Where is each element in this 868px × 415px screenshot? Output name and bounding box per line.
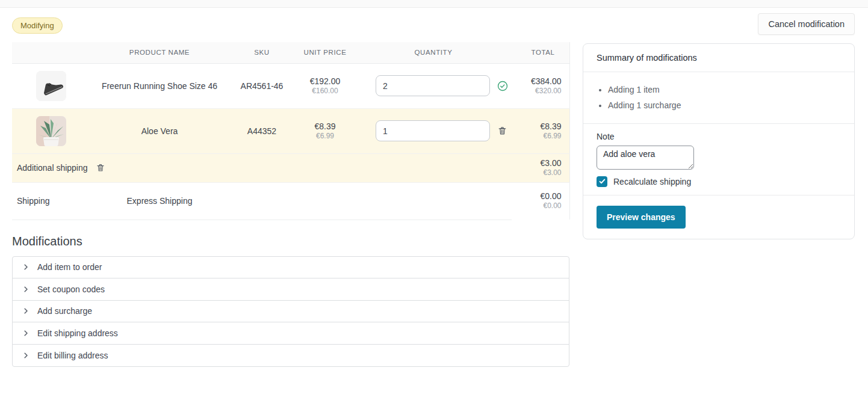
modifications-accordion: Add item to order Set coupon codes Add s… bbox=[12, 256, 569, 367]
surcharge-row: Additional shipping €3.0 bbox=[12, 153, 569, 182]
check-circle-icon bbox=[497, 81, 508, 91]
note-label: Note bbox=[597, 132, 841, 141]
quantity-input[interactable] bbox=[376, 75, 490, 96]
order-modification-page: Modifying Cancel modification PRODUCT NA… bbox=[0, 0, 868, 415]
summary-title: Summary of modifications bbox=[597, 52, 841, 64]
unit-price: €192.00 €160.00 bbox=[295, 76, 355, 96]
recalculate-shipping-checkbox[interactable] bbox=[597, 176, 607, 187]
accordion-set-coupon-codes[interactable]: Set coupon codes bbox=[13, 278, 569, 301]
quantity-input[interactable] bbox=[376, 120, 490, 141]
summary-bullet-list: Adding 1 item Adding 1 surcharge bbox=[597, 84, 841, 112]
trash-icon[interactable] bbox=[96, 163, 105, 173]
table-row: Freerun Running Shoe Size 46 AR4561-46 €… bbox=[12, 63, 569, 108]
product-sku: AR4561-46 bbox=[229, 63, 295, 108]
chevron-right-icon bbox=[22, 352, 29, 359]
accordion-add-item-to-order[interactable]: Add item to order bbox=[13, 257, 569, 279]
accordion-label: Edit shipping address bbox=[37, 328, 118, 338]
summary-card: Summary of modifications Adding 1 item A… bbox=[583, 43, 855, 239]
shipping-method: Express Shipping bbox=[90, 182, 229, 220]
chevron-right-icon bbox=[22, 263, 29, 271]
accordion-add-surcharge[interactable]: Add surcharge bbox=[13, 301, 569, 323]
table-row-added: Aloe Vera A44352 €8.39 €6.99 bbox=[12, 108, 569, 153]
product-name: Freerun Running Shoe Size 46 bbox=[90, 63, 229, 108]
line-total: €384.00 €320.00 bbox=[512, 76, 569, 96]
recalculate-shipping-label: Recalculate shipping bbox=[613, 177, 691, 186]
line-total: €8.39 €6.99 bbox=[512, 121, 569, 141]
unit-price-column-header: UNIT PRICE bbox=[295, 42, 355, 63]
summary-bullet: Adding 1 item bbox=[608, 84, 841, 96]
product-sku: A44352 bbox=[229, 108, 295, 153]
surcharge-total: €3.00 €3.00 bbox=[512, 158, 569, 177]
running-shoe-icon bbox=[36, 71, 66, 101]
chevron-right-icon bbox=[22, 286, 29, 293]
chevron-right-icon bbox=[22, 307, 29, 315]
accordion-edit-billing-address[interactable]: Edit billing address bbox=[13, 345, 569, 367]
product-image-aloe-vera bbox=[36, 116, 66, 146]
shipping-row: Shipping Express Shipping €0.00 €0.00 bbox=[12, 182, 569, 220]
product-image-running-shoe bbox=[36, 71, 66, 101]
accordion-edit-shipping-address[interactable]: Edit shipping address bbox=[13, 322, 569, 345]
total-column-header: TOTAL bbox=[512, 42, 569, 63]
order-items-table: PRODUCT NAME SKU UNIT PRICE QUANTITY TOT… bbox=[12, 42, 570, 220]
preview-changes-button[interactable]: Preview changes bbox=[597, 206, 686, 229]
shipping-total: €0.00 €0.00 bbox=[512, 191, 569, 211]
note-textarea[interactable]: Add aloe vera bbox=[597, 146, 694, 170]
shipping-label: Shipping bbox=[12, 182, 90, 220]
modifying-status-badge: Modifying bbox=[12, 17, 63, 34]
unit-price: €8.39 €6.99 bbox=[295, 121, 355, 141]
accordion-label: Add surcharge bbox=[37, 306, 92, 316]
accordion-label: Edit billing address bbox=[37, 351, 108, 360]
top-strip bbox=[0, 0, 868, 8]
image-column-header bbox=[12, 42, 90, 63]
cancel-modification-button[interactable]: Cancel modification bbox=[758, 13, 855, 35]
surcharge-label: Additional shipping bbox=[17, 163, 88, 173]
quantity-column-header: QUANTITY bbox=[355, 42, 512, 63]
accordion-label: Set coupon codes bbox=[37, 284, 105, 294]
trash-icon[interactable] bbox=[497, 126, 507, 136]
table-header-row: PRODUCT NAME SKU UNIT PRICE QUANTITY TOT… bbox=[12, 42, 569, 63]
aloe-vera-icon bbox=[36, 116, 66, 146]
product-name: Aloe Vera bbox=[90, 108, 229, 153]
summary-bullet: Adding 1 surcharge bbox=[608, 99, 841, 111]
product-name-column-header: PRODUCT NAME bbox=[90, 42, 229, 63]
sku-column-header: SKU bbox=[229, 42, 295, 63]
chevron-right-icon bbox=[22, 330, 29, 337]
accordion-label: Add item to order bbox=[37, 262, 102, 272]
